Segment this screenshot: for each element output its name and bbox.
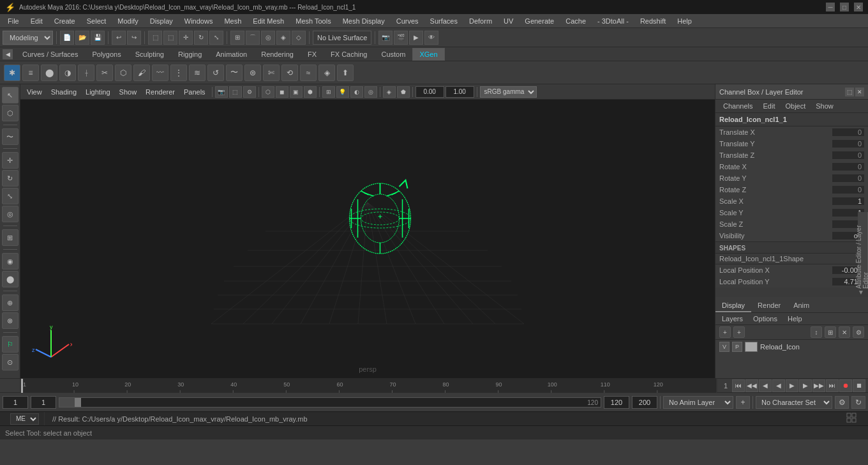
ipr-button[interactable]: ▶ xyxy=(409,31,423,45)
menu-modify[interactable]: Modify xyxy=(112,16,143,26)
wave-icon[interactable]: 〜 xyxy=(226,65,243,81)
rotate-tool-button[interactable]: ↻ xyxy=(2,170,19,187)
ch-tab-object[interactable]: Object xyxy=(780,101,811,111)
display-tab[interactable]: Display xyxy=(715,300,751,312)
select-button[interactable]: ⬚ xyxy=(148,31,162,45)
camera-button[interactable]: ⚐ xyxy=(2,336,19,353)
channel-scroll[interactable]: Translate X 0 Translate Y 0 Translate Z … xyxy=(715,126,868,378)
cam-select-icon[interactable]: ⬚ xyxy=(229,86,242,98)
snap-grid-button[interactable]: ⊞ xyxy=(230,31,244,45)
export-icon[interactable]: ⬆ xyxy=(337,65,354,81)
tab-animation[interactable]: Animation xyxy=(209,48,254,61)
move-tool-button[interactable]: ✛ xyxy=(2,152,19,169)
next-frame-button[interactable]: ▶▶ xyxy=(812,379,825,392)
far-clip-input[interactable] xyxy=(445,86,474,98)
xray-icon[interactable]: ◎ xyxy=(364,86,377,98)
status-grid-icon[interactable] xyxy=(841,413,863,425)
smooth-shade-icon[interactable]: ◼ xyxy=(276,86,288,98)
maximize-button[interactable]: □ xyxy=(840,3,849,11)
comb-icon[interactable]: ⟊ xyxy=(78,65,94,81)
subdiv-icon[interactable]: ⬟ xyxy=(397,86,410,98)
rotate-button[interactable]: ↻ xyxy=(194,31,208,45)
tab-polygons[interactable]: Polygons xyxy=(85,48,128,61)
menu-generate[interactable]: Generate xyxy=(520,16,559,26)
menu-3dtool[interactable]: - 3DtoAll - xyxy=(592,16,634,26)
brush2-icon[interactable]: ◑ xyxy=(59,65,76,81)
timeline-ruler[interactable]: 1 10 20 30 40 50 60 70 80 90 1 xyxy=(20,379,717,393)
stop-button[interactable]: ⏹ xyxy=(853,379,865,392)
lighting-menu[interactable]: Lighting xyxy=(82,87,114,97)
layer-options-icon[interactable]: ⚙ xyxy=(853,326,864,338)
menu-edit[interactable]: Edit xyxy=(26,16,48,26)
render-hair-icon[interactable]: ◈ xyxy=(318,65,335,81)
step-back-button[interactable]: ◀ xyxy=(759,379,772,392)
menu-mesh-tools[interactable]: Mesh Tools xyxy=(290,16,336,26)
anim-layer-btn1[interactable]: + xyxy=(736,396,750,409)
move-button[interactable]: ✛ xyxy=(179,31,193,45)
region-icon[interactable]: ⬡ xyxy=(115,65,131,81)
renderer-menu[interactable]: Renderer xyxy=(142,87,179,97)
select2-button[interactable]: ⬚ xyxy=(163,31,177,45)
playback-speed-input[interactable] xyxy=(632,396,657,409)
render-seq-button[interactable]: 🎬 xyxy=(394,31,408,45)
script-type-dropdown[interactable]: MEL xyxy=(10,413,39,425)
trim-icon[interactable]: ✂ xyxy=(96,65,113,81)
snap-curve-button[interactable]: ⌒ xyxy=(246,31,260,45)
tab-rigging[interactable]: Rigging xyxy=(171,48,209,61)
layer-visibility-toggle[interactable]: V xyxy=(719,342,730,352)
crease-button[interactable]: ⊕ xyxy=(2,294,19,311)
current-frame-input[interactable] xyxy=(31,396,56,409)
tab-xgen[interactable]: XGen xyxy=(412,48,444,61)
layer-filter-icon[interactable]: ⊞ xyxy=(825,326,836,338)
panels-menu[interactable]: Panels xyxy=(180,87,209,97)
select-tool-button[interactable]: ↖ xyxy=(2,87,19,103)
lasso-button[interactable]: 〜 xyxy=(2,128,19,145)
play-back-button[interactable]: ◀ xyxy=(772,379,785,392)
sculpt-button[interactable]: ⬤ xyxy=(2,271,19,287)
close-button[interactable]: ✕ xyxy=(854,3,863,11)
new-file-button[interactable]: 📄 xyxy=(60,31,74,45)
crease2-button[interactable]: ⊗ xyxy=(2,312,19,329)
tab-fx[interactable]: FX xyxy=(301,48,324,61)
cut-icon[interactable]: ✄ xyxy=(263,65,280,81)
tab-fx-caching[interactable]: FX Caching xyxy=(324,48,374,61)
menu-create[interactable]: Create xyxy=(49,16,80,26)
scale-tool-button[interactable]: ⤡ xyxy=(2,188,19,204)
go-end-button[interactable]: ⏭ xyxy=(826,379,839,392)
menu-surfaces[interactable]: Surfaces xyxy=(425,16,463,26)
clump-icon[interactable]: ⋮ xyxy=(170,65,187,81)
noise-icon[interactable]: ≋ xyxy=(189,65,206,81)
undo-button[interactable]: ↩ xyxy=(112,31,126,45)
render-tab[interactable]: Render xyxy=(751,300,787,312)
color-space-select[interactable]: sRGB gamma xyxy=(480,86,537,98)
show-manip-button[interactable]: ⊞ xyxy=(2,229,19,246)
minimize-button[interactable]: ─ xyxy=(826,3,835,11)
waypoint-button[interactable]: ⊙ xyxy=(2,354,19,370)
go-start-button[interactable]: ⏮ xyxy=(732,379,745,392)
panel-close-button[interactable]: ✕ xyxy=(855,88,864,96)
menu-help[interactable]: Help xyxy=(672,16,697,26)
layer-playback-toggle[interactable]: P xyxy=(732,342,742,352)
status-grid-button[interactable] xyxy=(846,413,858,424)
layer-add2-button[interactable]: + xyxy=(733,326,745,338)
char-set-btn1[interactable]: ⚙ xyxy=(835,396,849,409)
panel-float-button[interactable]: ⬚ xyxy=(845,88,854,96)
menu-edit-mesh[interactable]: Edit Mesh xyxy=(248,16,289,26)
menu-mesh-display[interactable]: Mesh Display xyxy=(338,16,390,26)
tabbar-collapse[interactable]: ◀ xyxy=(3,49,13,59)
sim-icon[interactable]: ⟲ xyxy=(281,65,298,81)
tab-rendering[interactable]: Rendering xyxy=(254,48,301,61)
view-menu[interactable]: View xyxy=(23,87,46,97)
layer-color-swatch[interactable] xyxy=(745,342,758,352)
near-clip-input[interactable] xyxy=(415,86,444,98)
options-label[interactable]: Options xyxy=(749,314,781,323)
camera-icon[interactable]: 📷 xyxy=(215,86,228,98)
menu-file[interactable]: File xyxy=(3,16,24,26)
save-file-button[interactable]: 💾 xyxy=(91,31,105,45)
snap-point-button[interactable]: ◎ xyxy=(261,31,275,45)
display-button[interactable]: 👁 xyxy=(424,31,438,45)
cam-attr-icon[interactable]: ⚙ xyxy=(243,86,256,98)
brush1-icon[interactable]: ⬤ xyxy=(41,65,57,81)
layer-sort-icon[interactable]: ↕ xyxy=(811,326,822,338)
menu-windows[interactable]: Windows xyxy=(179,16,218,26)
